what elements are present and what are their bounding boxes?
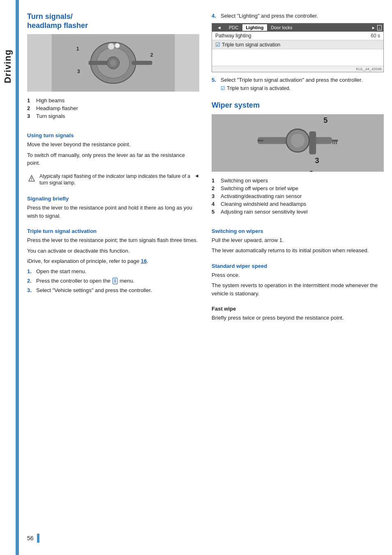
subsection-switching-on-wipers: Switching on wipers (212, 228, 384, 234)
steps-list: 1. Open the start menu. 2. Press the con… (27, 268, 199, 297)
list-item: 2 Switching off wipers or brief wipe (212, 185, 384, 191)
svg-point-10 (108, 43, 115, 50)
turn-signal-image: 1 2 3 (27, 34, 199, 92)
subsection-signaling-briefly: Signaling briefly (27, 196, 199, 202)
idrive-menu-header: ◄ PDC Lighting Door locks ► ↓ (212, 23, 383, 32)
svg-text:3: 3 (77, 68, 80, 74)
idrive-row-triple: ☑ Triple turn signal activation (212, 40, 383, 49)
note-triangle-icon (27, 174, 36, 183)
sidebar-label: Driving (2, 49, 13, 83)
body-text: The system reverts to operation in the i… (212, 281, 384, 297)
list-item: 1 Switching on wipers (212, 177, 384, 184)
step4: 4. Select "Lighting" and press the contr… (212, 12, 384, 20)
list-item: 3 Turn signals (27, 113, 199, 119)
list-item: 5 Adjusting rain sensor sensitivity leve… (212, 209, 384, 215)
section-title-wiper: Wiper system (212, 101, 384, 110)
svg-point-19 (291, 134, 305, 148)
note-box: Atypically rapid flashing of the indicat… (27, 173, 199, 187)
right-column: 4. Select "Lighting" and press the contr… (212, 12, 384, 543)
blue-stripe (16, 0, 19, 555)
step-item: 1. Open the start menu. (27, 268, 199, 275)
step5-result: ☑ Triple turn signal is activated. (221, 85, 384, 91)
idrive-empty-area (212, 49, 383, 66)
body-text: Press the lever to the resistance point;… (27, 236, 199, 244)
page-number: 56 (27, 535, 34, 541)
svg-point-11 (115, 43, 120, 48)
idrive-image-stamp: KUL_44_42046 (212, 66, 383, 72)
body-text: Move the lever beyond the resistance poi… (27, 140, 199, 149)
svg-point-14 (31, 180, 32, 181)
idrive-row-pathway: Pathway lighting 60 s (212, 32, 383, 40)
subsection-triple-turn-signal: Triple turn signal activation (27, 228, 199, 234)
body-text: Press the lever to the resistance point … (27, 204, 199, 220)
svg-text:5: 5 (323, 116, 327, 124)
svg-text:2: 2 (309, 170, 313, 172)
page-number-area: 56 (27, 517, 199, 543)
body-text: The lever automatically returns to its i… (212, 246, 384, 255)
idrive-reference: iDrive, for explanation of principle, re… (27, 257, 199, 265)
svg-text:1: 1 (76, 46, 79, 52)
subsection-using-turn-signals: Using turn signals (27, 132, 199, 138)
svg-text:3: 3 (315, 157, 319, 165)
body-text: You can activate or deactivate this func… (27, 247, 199, 255)
subsection-fast-wipe: Fast wipe (212, 306, 384, 312)
step5: 5. Select "Triple turn signal activation… (212, 76, 384, 84)
svg-rect-4 (132, 61, 152, 65)
step-item: 2. Press the controller to open the i me… (27, 277, 199, 285)
svg-rect-17 (309, 131, 316, 154)
step-item: 3. Select "Vehicle settings" and press t… (27, 287, 199, 294)
body-text: To switch off manually, only press the l… (27, 151, 199, 167)
body-text: Briefly press twice or press beyond the … (212, 314, 384, 322)
page-container: Driving Turn signals/ headlamp flasher (0, 0, 392, 555)
content-area: Turn signals/ headlamp flasher 1 2 3 (19, 0, 392, 555)
page-blue-bar (37, 534, 39, 543)
idrive-menu-screenshot: ◄ PDC Lighting Door locks ► ↓ Pathway li… (212, 23, 384, 72)
sidebar: Driving (0, 0, 16, 555)
wiper-numbered-list: 1 Switching on wipers 2 Switching off wi… (212, 177, 384, 216)
svg-point-9 (110, 60, 117, 66)
body-text: Pull the lever upward, arrow 1. (212, 236, 384, 244)
note-text: Atypically rapid flashing of the indicat… (39, 173, 191, 187)
svg-text:2: 2 (150, 52, 153, 58)
list-item: 4 Cleaning windshield and headlamps (212, 201, 384, 207)
list-item: 2 Headlamp flasher (27, 105, 199, 111)
list-item: 1 High beams (27, 97, 199, 104)
wiper-system-image: 5 3 III 2 (212, 114, 384, 172)
section-title-turn-signals: Turn signals/ headlamp flasher (27, 12, 199, 30)
turn-signal-numbered-list: 1 High beams 2 Headlamp flasher 3 Turn s… (27, 97, 199, 121)
list-item: 3 Activating/deactivating rain sensor (212, 193, 384, 199)
subsection-standard-wiper: Standard wiper speed (212, 263, 384, 269)
svg-text:III: III (332, 138, 337, 145)
left-column: Turn signals/ headlamp flasher 1 2 3 (27, 12, 199, 543)
body-text: Press once. (212, 271, 384, 279)
